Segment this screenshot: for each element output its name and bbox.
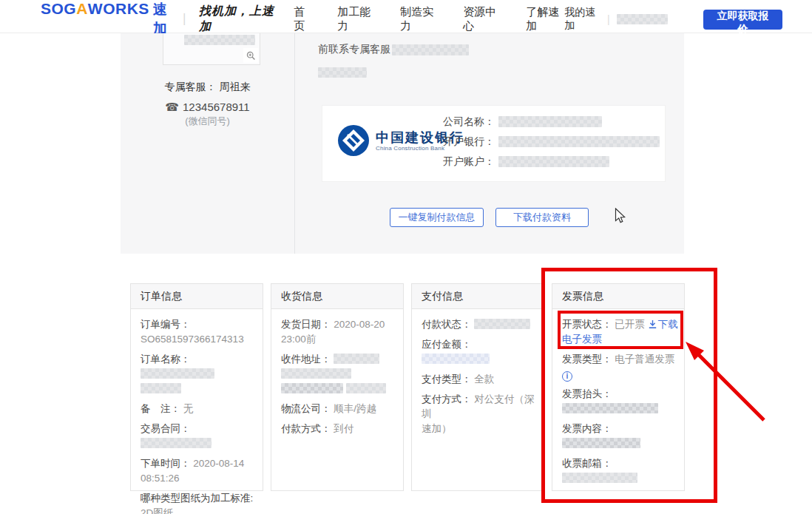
zoom-qr-button[interactable] <box>243 48 258 63</box>
field-value: 速加） <box>422 423 452 434</box>
field-label: 发票类型： <box>562 354 615 365</box>
annotation-arrow <box>669 331 773 431</box>
field-label: 收票邮箱： <box>562 458 612 469</box>
card-body: 付款状态： 应付金额： 支付类型： 全款支付方式： 对公支付（深圳速加） <box>412 309 544 450</box>
field-label: 发货日期： <box>281 319 334 330</box>
field-value: 已开票 <box>615 319 645 330</box>
bank-account-fields: 公司名称：开户银行：开户账户： <box>443 116 660 176</box>
nav-item-about[interactable]: 了解速加 <box>526 5 564 33</box>
agent-phone-line: ☎12345678911 <box>121 101 294 114</box>
nav-menu: 首页加工能力制造实力资源中心了解速加 <box>294 5 564 33</box>
card-title: 订单信息 <box>131 284 263 309</box>
logo-divider: 丨 <box>178 11 191 28</box>
redacted-value <box>281 383 343 393</box>
nav-account-area: 我的速加 | 立即获取报价 <box>564 6 782 33</box>
download-payment-docs-button[interactable]: 下载付款资料 <box>495 208 589 227</box>
agent-label: 专属客服： <box>165 81 217 92</box>
redacted-account-name <box>617 14 668 24</box>
field-label: 开票状态： <box>562 319 615 330</box>
redacted-bank-value <box>498 156 609 167</box>
invoice-type-info-icon[interactable]: i <box>562 371 572 382</box>
field-value: 2D图纸 <box>141 507 173 514</box>
my-account-link[interactable]: 我的速加 <box>564 6 600 33</box>
field-label: 应付金额： <box>422 339 472 350</box>
bank-field-label: 开户银行： <box>443 135 495 149</box>
get-quote-button[interactable]: 立即获取报价 <box>703 10 782 30</box>
redacted-bank-value <box>498 116 602 127</box>
agent-phone-number: 12345678911 <box>183 101 250 113</box>
wechat-note: (微信同号) <box>121 115 294 128</box>
field-row: 支付类型： 全款 <box>422 372 540 387</box>
bank-field-label: 开户账户： <box>443 155 495 169</box>
field-row: 发票类型： 电子普通发票i <box>562 352 680 382</box>
redacted-value <box>141 438 212 448</box>
phone-icon: ☎ <box>165 101 179 114</box>
field-row: 收票邮箱： <box>562 456 680 486</box>
download-icon <box>648 319 657 329</box>
card-body: 发货日期： 2020-08-2023:00前收件地址： 物流公司： 顺丰/跨越付… <box>271 309 403 450</box>
card-body: 开票状态： 已开票 下载 电子发票发票类型： 电子普通发票i发票抬头： 发票内容… <box>552 309 684 499</box>
top-nav: SOGAWORKS 速加 丨 找机加，上速加 首页加工能力制造实力资源中心了解速… <box>0 0 812 33</box>
field-value: 电子普通发票 <box>615 354 674 365</box>
field-value: 无 <box>183 403 194 414</box>
nav-item-capability[interactable]: 加工能力 <box>337 5 376 33</box>
logo-sog: SOG <box>41 0 76 18</box>
field-row: 收件地址： <box>281 352 399 396</box>
field-row: 付款方式： 到付 <box>281 422 399 436</box>
redacted-value <box>474 319 530 329</box>
nav-item-home[interactable]: 首页 <box>294 5 313 33</box>
field-label: 物流公司： <box>281 403 334 414</box>
order-info-card: 订单信息订单编号： SO6581597366174313订单名称： 备 注： 无… <box>130 283 263 491</box>
field-label: 下单时间： <box>141 458 193 469</box>
redacted-value <box>562 473 637 483</box>
bank-field-row: 公司名称： <box>443 116 660 127</box>
field-label: 付款状态： <box>422 319 474 330</box>
redacted-contact-info-2 <box>318 67 367 78</box>
invoice-info-card: 发票信息开票状态： 已开票 下载 电子发票发票类型： 电子普通发票i发票抬头： … <box>552 283 685 491</box>
ccb-logo-icon <box>337 124 370 157</box>
redacted-value <box>281 368 351 379</box>
field-label: 发票内容： <box>562 423 612 434</box>
field-label: 支付类型： <box>422 373 474 385</box>
contact-note-line: 前联系专属客服 <box>318 43 469 56</box>
redacted-value <box>422 354 490 364</box>
redacted-value <box>346 383 386 393</box>
field-row: 应付金额： <box>422 337 540 367</box>
info-cards: 订单信息订单编号： SO6581597366174313订单名称： 备 注： 无… <box>130 283 685 491</box>
redacted-value <box>141 383 181 393</box>
agent-name: 周祖来 <box>219 81 250 92</box>
field-value: 到付 <box>334 423 353 434</box>
nav-item-resources[interactable]: 资源中心 <box>463 5 501 33</box>
payment-info-card: 支付信息付款状态： 应付金额： 支付类型： 全款支付方式： 对公支付（深圳速加） <box>411 283 544 491</box>
redacted-qr-content <box>184 35 255 45</box>
download-invoice-link-line2[interactable]: 电子发票 <box>562 334 602 345</box>
copy-payment-info-button[interactable]: 一键复制付款信息 <box>390 208 484 227</box>
brand-tagline: 找机加，上速加 <box>199 4 279 35</box>
redacted-contact-info <box>392 44 469 55</box>
card-title: 收货信息 <box>271 284 403 309</box>
field-row: 备 注： 无 <box>141 402 259 416</box>
download-invoice-link[interactable]: 下载 <box>648 319 678 330</box>
logo-works: WORKS <box>88 0 149 18</box>
shipping-info-card: 收货信息发货日期： 2020-08-2023:00前收件地址： 物流公司： 顺丰… <box>271 283 404 491</box>
card-body: 订单编号： SO6581597366174313订单名称： 备 注： 无交易合同… <box>131 309 263 514</box>
field-value: 2020-08-20 <box>334 319 385 330</box>
logo-a-mark: A <box>76 0 88 18</box>
field-label: 付款方式： <box>281 423 334 434</box>
bank-field-label: 公司名称： <box>443 115 495 129</box>
field-label: 交易合同： <box>141 423 191 434</box>
bank-field-row: 开户银行： <box>443 136 660 147</box>
panel-divider <box>294 33 295 254</box>
field-row: 发票内容： <box>562 422 680 451</box>
field-row: 发货日期： 2020-08-2023:00前 <box>281 317 399 347</box>
bank-field-row: 开户账户： <box>443 156 660 167</box>
field-label: 发票抬头： <box>562 388 612 399</box>
redacted-value <box>334 354 379 364</box>
dedicated-agent-line: 专属客服： 周祖来 <box>121 81 294 94</box>
field-value: 08:51:26 <box>141 473 180 484</box>
field-row: 交易合同： <box>141 422 259 451</box>
redacted-value <box>141 368 214 379</box>
nav-item-strength[interactable]: 制造实力 <box>400 5 439 33</box>
card-title: 发票信息 <box>552 284 684 309</box>
field-label: 收件地址： <box>281 354 334 365</box>
